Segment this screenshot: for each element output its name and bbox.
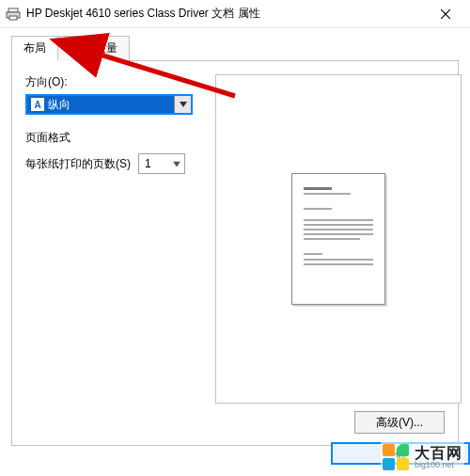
advanced-button-label: 高级(V)... bbox=[376, 415, 423, 431]
orientation-value: 纵向 bbox=[48, 97, 174, 113]
watermark-logo-icon bbox=[383, 444, 409, 470]
svg-rect-0 bbox=[8, 8, 18, 12]
client-area: 布局 纸张/质量 方向(O): A 纵向 页面格式 每张纸打印的页数(S) 1 bbox=[0, 28, 470, 457]
tab-strip: 布局 纸张/质量 bbox=[11, 36, 459, 61]
pages-per-sheet-row: 每张纸打印的页数(S) 1 bbox=[25, 153, 204, 174]
close-button[interactable] bbox=[427, 1, 464, 27]
chevron-down-icon bbox=[173, 159, 180, 169]
tab-layout-label: 布局 bbox=[24, 41, 46, 55]
pages-per-sheet-value: 1 bbox=[145, 157, 151, 170]
orientation-label: 方向(O): bbox=[25, 74, 204, 90]
watermark-brand: 大百网 bbox=[415, 446, 462, 461]
printer-icon bbox=[6, 7, 21, 22]
tab-layout[interactable]: 布局 bbox=[11, 36, 58, 61]
tab-panel-layout: 方向(O): A 纵向 页面格式 每张纸打印的页数(S) 1 bbox=[11, 60, 459, 446]
tab-paper-quality-label: 纸张/质量 bbox=[70, 41, 118, 55]
left-column: 方向(O): A 纵向 页面格式 每张纸打印的页数(S) 1 bbox=[25, 74, 204, 174]
svg-marker-6 bbox=[173, 162, 180, 167]
titlebar: HP Deskjet 4610 series Class Driver 文档 属… bbox=[0, 0, 470, 28]
portrait-icon: A bbox=[31, 98, 44, 111]
advanced-button[interactable]: 高级(V)... bbox=[354, 411, 445, 434]
orientation-select[interactable]: A 纵向 bbox=[25, 94, 193, 115]
window-title: HP Deskjet 4610 series Class Driver 文档 属… bbox=[26, 6, 427, 22]
watermark: 大百网 big100.net bbox=[381, 442, 464, 472]
svg-rect-2 bbox=[9, 16, 17, 20]
page-preview bbox=[291, 173, 385, 305]
pages-per-sheet-select[interactable]: 1 bbox=[138, 153, 185, 174]
page-format-group-title: 页面格式 bbox=[25, 130, 204, 146]
close-icon bbox=[441, 9, 450, 19]
watermark-text: 大百网 big100.net bbox=[415, 446, 462, 469]
page-preview-pane bbox=[215, 74, 462, 404]
chevron-down-icon bbox=[174, 96, 191, 113]
watermark-domain: big100.net bbox=[415, 461, 462, 469]
pages-per-sheet-label: 每张纸打印的页数(S) bbox=[25, 156, 131, 172]
tab-paper-quality[interactable]: 纸张/质量 bbox=[57, 36, 130, 61]
svg-marker-5 bbox=[180, 102, 187, 107]
